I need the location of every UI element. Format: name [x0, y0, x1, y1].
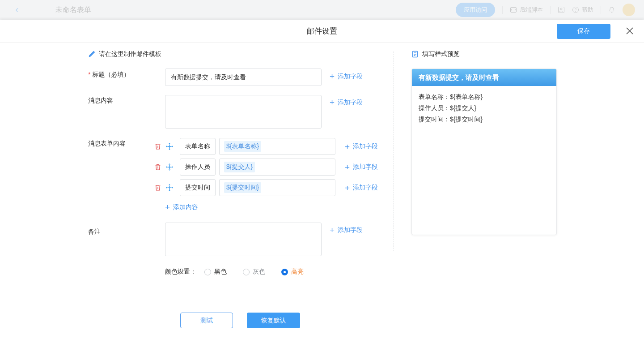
- preview-line: 操作人员：${提交人}: [419, 103, 550, 114]
- panel-divider-dashed: [394, 51, 394, 251]
- row-value-field[interactable]: ${提交人}: [219, 159, 335, 176]
- preview-card-title: 有新数据提交，请及时查看: [412, 69, 556, 86]
- row-value-field[interactable]: ${表单名称}: [219, 138, 335, 155]
- preview-line: 提交时间：${提交时间}: [419, 114, 550, 125]
- row-name-input[interactable]: [180, 159, 216, 176]
- remark-textarea[interactable]: [165, 223, 322, 256]
- preview-line: 表单名称：${表单名称}: [419, 91, 550, 103]
- plus-icon: +: [345, 142, 350, 151]
- topbar-divider: [601, 6, 601, 14]
- add-field-link-title[interactable]: + 添加字段: [330, 72, 363, 81]
- plus-icon: +: [330, 98, 335, 107]
- required-asterisk: *: [88, 71, 90, 78]
- restore-default-button[interactable]: 恢复默认: [247, 313, 300, 328]
- move-icon[interactable]: [166, 143, 173, 150]
- trash-icon[interactable]: [154, 184, 161, 191]
- message-content-label: 消息内容: [88, 96, 113, 105]
- backend-script-menu[interactable]: 后端脚本: [510, 6, 543, 14]
- remark-label: 备注: [88, 227, 101, 236]
- add-field-link-row[interactable]: + 添加字段: [345, 142, 378, 151]
- back-chevron-icon[interactable]: ‹: [13, 0, 21, 20]
- row-name-input[interactable]: [180, 138, 216, 155]
- content-row: ${表单名称} + 添加字段: [154, 138, 378, 155]
- save-button[interactable]: 保存: [557, 24, 610, 39]
- topbar-divider: [502, 6, 503, 14]
- top-app-bar: ‹ 未命名表单 应用访问 后端脚本 帮助: [0, 0, 644, 20]
- field-token[interactable]: ${提交人}: [224, 162, 255, 172]
- radio-gray[interactable]: 灰色: [243, 268, 265, 276]
- profile-badge-icon[interactable]: [558, 6, 565, 13]
- user-avatar[interactable]: [623, 4, 635, 16]
- plus-icon: +: [345, 163, 350, 172]
- radio-circle-selected: [281, 269, 288, 275]
- close-icon[interactable]: [624, 26, 635, 37]
- radio-black[interactable]: 黑色: [204, 268, 227, 276]
- plus-icon: +: [330, 72, 335, 81]
- radio-circle: [204, 269, 211, 275]
- trash-icon[interactable]: [154, 163, 161, 171]
- trash-icon[interactable]: [154, 143, 161, 150]
- field-token[interactable]: ${提交时间}: [224, 182, 261, 193]
- row-name-input[interactable]: [180, 179, 216, 196]
- form-name-title: 未命名表单: [55, 5, 91, 15]
- add-field-link-row[interactable]: + 添加字段: [345, 163, 378, 172]
- move-icon[interactable]: [166, 184, 173, 191]
- plus-icon: +: [330, 226, 335, 234]
- add-field-link-remark[interactable]: + 添加字段: [330, 226, 363, 234]
- title-field-label: *标题（必填）: [88, 70, 130, 79]
- template-hint-text: 请在这里制作邮件模板: [99, 50, 161, 58]
- section-divider: [92, 303, 389, 303]
- modal-title: 邮件设置: [0, 20, 644, 43]
- row-value-field[interactable]: ${提交时间}: [219, 179, 335, 196]
- add-content-link[interactable]: + 添加内容: [165, 203, 198, 211]
- template-hint: 请在这里制作邮件模板: [88, 50, 161, 58]
- app-access-button[interactable]: 应用访问: [456, 3, 495, 17]
- script-icon: [510, 6, 517, 13]
- color-setting-label: 颜色设置：: [165, 268, 196, 276]
- message-content-textarea[interactable]: [165, 95, 322, 129]
- topbar-divider: [550, 6, 551, 14]
- table-content-label: 消息表单内容: [88, 139, 126, 148]
- plus-icon: +: [345, 184, 350, 192]
- title-input[interactable]: [165, 69, 322, 86]
- radio-highlight[interactable]: 高亮: [281, 268, 304, 276]
- add-field-link-row[interactable]: + 添加字段: [345, 184, 378, 192]
- email-settings-modal: 邮件设置 保存 请在这里制作邮件模板 *标题（必填） + 添加字段 消息内容 +…: [0, 20, 644, 339]
- preview-header-text: 填写样式预览: [422, 50, 460, 58]
- document-icon: [411, 51, 419, 58]
- content-row: ${提交人} + 添加字段: [154, 159, 378, 176]
- move-icon[interactable]: [166, 163, 173, 171]
- preview-header: 填写样式预览: [411, 50, 460, 58]
- add-field-link-message[interactable]: + 添加字段: [330, 98, 363, 107]
- notification-bell-icon[interactable]: [608, 6, 615, 13]
- content-row: ${提交时间} + 添加字段: [154, 179, 378, 196]
- modal-header: 邮件设置 保存: [0, 20, 644, 43]
- help-menu[interactable]: 帮助: [572, 6, 593, 14]
- email-preview-card: 有新数据提交，请及时查看 表单名称：${表单名称} 操作人员：${提交人} 提交…: [411, 69, 557, 235]
- pencil-icon: [88, 51, 95, 58]
- plus-icon: +: [165, 203, 170, 211]
- field-token[interactable]: ${表单名称}: [224, 141, 261, 152]
- question-circle-icon: [572, 6, 579, 13]
- radio-circle: [243, 269, 250, 275]
- test-button[interactable]: 测试: [180, 313, 233, 328]
- color-setting-group: 颜色设置： 黑色 灰色 高亮: [165, 268, 320, 276]
